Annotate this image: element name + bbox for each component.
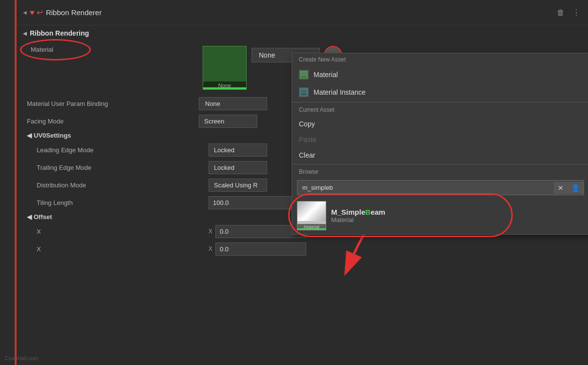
trailing-edge-label: Trailing Edge Mode	[33, 164, 209, 171]
trailing-edge-text: Locked	[214, 164, 234, 171]
offset-x2-label: X	[33, 245, 209, 253]
paste-item[interactable]: Paste	[292, 132, 588, 147]
x2-label: X	[209, 245, 212, 252]
trailing-edge-dropdown[interactable]: Locked	[209, 161, 267, 174]
material-thumbnail[interactable]: None	[203, 46, 247, 90]
header-title: Ribbon Renderer	[46, 8, 555, 17]
offset-x-label: X	[33, 228, 209, 235]
offset-collapse-arrow[interactable]: ◀	[27, 213, 32, 221]
clear-item[interactable]: Clear	[292, 147, 588, 163]
distribution-mode-dropdown[interactable]: Scaled Using R	[209, 179, 267, 192]
search-input[interactable]	[297, 181, 554, 195]
facing-mode-dropdown[interactable]: Screen	[199, 115, 257, 128]
search-user-button[interactable]: 👤	[567, 182, 584, 194]
search-clear-button[interactable]: ✕	[554, 182, 567, 194]
material-icon	[299, 70, 309, 80]
offset-x2-value: X	[209, 243, 582, 256]
facing-mode-label: Facing Mode	[23, 118, 199, 125]
more-button[interactable]: ⋮	[570, 6, 582, 19]
create-new-header: Create New Asset	[292, 53, 588, 66]
section-title: ◀ Ribbon Rendering	[17, 25, 588, 41]
leading-edge-text: Locked	[214, 146, 234, 154]
tiling-length-label: Tiling Length	[33, 199, 209, 206]
create-material-item[interactable]: Material	[292, 66, 588, 83]
result-name-highlight: B	[365, 208, 371, 216]
svg-rect-3	[301, 94, 307, 95]
offset-x2-input[interactable]	[215, 243, 306, 256]
offset-label: Offset	[34, 213, 52, 221]
copy-item[interactable]: Copy	[292, 116, 588, 132]
clear-label: Clear	[299, 151, 315, 159]
context-menu: Create New Asset Material Material Insta…	[292, 53, 588, 235]
offset-x2-row: X X	[23, 240, 582, 258]
leading-edge-dropdown[interactable]: Locked	[209, 143, 267, 157]
distribution-mode-label: Distribution Mode	[33, 182, 209, 189]
section-collapse-arrow[interactable]: ◀	[23, 31, 27, 36]
result-item[interactable]: Material M_SimpleBeam Material	[292, 197, 588, 234]
left-accent	[15, 0, 17, 365]
material-user-param-label: Material User Param Binding	[23, 100, 199, 107]
material-label: Material	[27, 46, 53, 53]
result-name-suffix: eam	[371, 208, 385, 216]
tiling-length-input[interactable]	[209, 196, 299, 209]
material-instance-icon	[299, 87, 309, 97]
divider-1	[292, 102, 588, 102]
search-bar: ✕ 👤	[297, 180, 584, 195]
result-thumbnail-bar	[297, 228, 326, 230]
result-info: M_SimpleBeam Material	[331, 208, 584, 223]
x-label: X	[209, 228, 212, 235]
result-name-prefix: M_Simple	[331, 208, 365, 216]
divider-2	[292, 164, 588, 164]
thumbnail-bar	[203, 87, 246, 89]
header-icon: ♥ ↩	[30, 8, 43, 17]
uv0-label: UV0Settings	[34, 132, 71, 139]
delete-button[interactable]: 🗑	[555, 6, 567, 19]
header: ◀ ♥ ↩ Ribbon Renderer 🗑 ⋮	[17, 0, 588, 25]
main-container: ◀ ♥ ↩ Ribbon Renderer 🗑 ⋮ ◀ Ribbon Rende…	[17, 0, 588, 365]
result-container: Material M_SimpleBeam Material	[292, 197, 588, 234]
distribution-mode-text: Scaled Using R	[214, 182, 258, 189]
paste-label: Paste	[299, 136, 316, 143]
material-instance-item-label: Material Instance	[314, 88, 366, 96]
create-material-instance-item[interactable]: Material Instance	[292, 83, 588, 101]
uv0-collapse-arrow[interactable]: ◀	[27, 132, 32, 139]
result-type: Material	[331, 216, 584, 223]
watermark: CyanHall.com	[5, 355, 38, 361]
material-user-param-field[interactable]: None	[199, 97, 267, 110]
header-collapse-arrow[interactable]: ◀	[23, 10, 27, 15]
leading-edge-label: Leading Edge Mode	[33, 146, 209, 154]
material-label-area: Material	[27, 46, 203, 53]
section-label: Ribbon Rendering	[30, 29, 89, 37]
material-item-label: Material	[314, 71, 338, 79]
svg-rect-1	[301, 77, 307, 78]
header-actions: 🗑 ⋮	[555, 6, 582, 19]
current-asset-header: Current Asset	[292, 103, 588, 116]
facing-mode-text: Screen	[204, 118, 224, 125]
copy-label: Copy	[299, 120, 315, 128]
browse-header: Browse	[292, 165, 588, 178]
result-name: M_SimpleBeam	[331, 208, 584, 216]
result-thumbnail: Material	[297, 201, 326, 230]
